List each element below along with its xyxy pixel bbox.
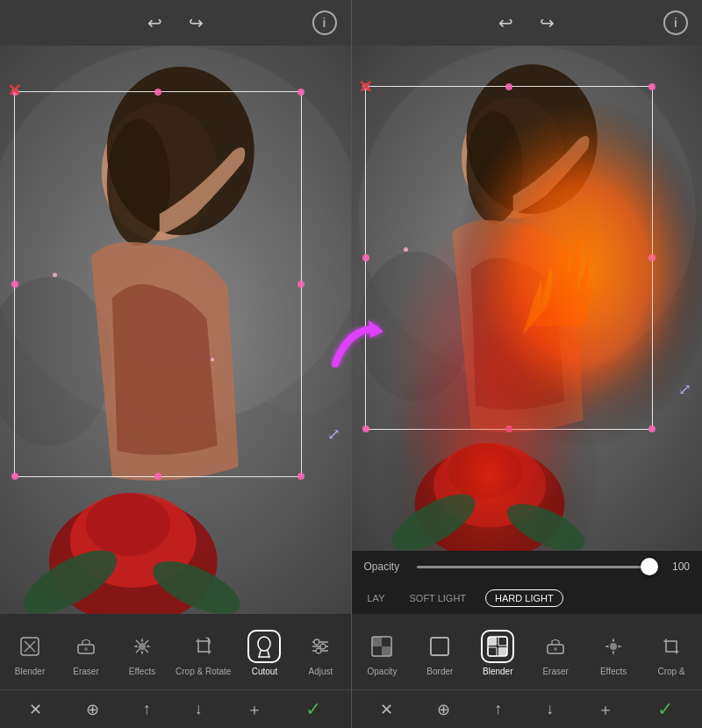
opacity-tool-icon [365,630,398,663]
crop-rotate-label: Crop & Rotate [176,667,231,676]
handle-mr[interactable] [297,281,304,288]
left-cancel-button[interactable]: ✕ [22,696,49,723]
left-tool-cutout[interactable]: Cutout [241,630,287,676]
right-download-button[interactable]: ↓ [539,696,561,722]
right-photo-svg [352,46,703,551]
svg-point-27 [358,252,470,402]
left-redo-button[interactable]: ↪ [189,12,204,33]
right-sparkle-1 [404,247,408,252]
left-selection-box[interactable] [14,91,302,478]
svg-rect-36 [352,46,703,551]
left-tool-eraser[interactable]: Eraser [63,630,109,676]
right-add-layer-button[interactable]: ⊕ [430,696,457,723]
right-tool-opacity[interactable]: Opacity [359,630,405,676]
svg-point-16 [139,643,146,650]
handle-ml[interactable] [11,281,18,288]
left-photo: ✕ ⤢ [0,46,351,614]
effects-label: Effects [129,667,155,676]
left-resize-arrow[interactable]: ⤢ [327,425,340,444]
svg-rect-44 [431,638,448,655]
left-upload-button[interactable]: ↑ [136,696,158,722]
blender-label: Blender [15,667,45,676]
left-tool-crop-rotate[interactable]: Crop & Rotate [176,630,231,676]
svg-point-30 [466,64,597,214]
handle-tr[interactable] [297,89,304,96]
right-upload-button[interactable]: ↑ [487,696,509,722]
right-info-button[interactable]: i [663,11,688,35]
right-crop-icon [655,630,688,663]
svg-point-31 [466,111,522,224]
right-handle-bl[interactable] [362,425,369,432]
left-tools-row: Blender Eraser Effects Cro [0,614,351,689]
svg-point-29 [462,97,564,219]
right-tool-border[interactable]: Border [417,630,462,676]
right-opacity-row: Opacity 100 [352,551,703,582]
right-handle-mr[interactable] [648,254,655,261]
svg-rect-32 [352,46,703,551]
left-tool-effects[interactable]: Effects [119,630,165,676]
right-tool-eraser[interactable]: Eraser [533,630,578,676]
right-handle-br[interactable] [648,425,655,432]
left-info-button[interactable]: i [312,11,337,35]
handle-bc[interactable] [154,473,161,480]
right-tools-row: Opacity Border Blender Era [352,614,703,689]
handle-tc[interactable] [154,89,161,96]
right-handle-bc[interactable] [505,425,512,432]
svg-point-33 [414,448,564,551]
svg-point-26 [358,46,695,382]
opacity-label: Opacity [364,560,406,573]
right-cancel-button[interactable]: ✕ [373,696,400,723]
right-resize-arrow[interactable]: ⤢ [678,380,691,399]
blend-mode-lay[interactable]: LAY [362,590,390,606]
right-selection-box[interactable] [365,86,653,430]
right-plus-button[interactable]: ＋ [591,696,620,724]
blend-mode-soft-light[interactable]: SOFT LIGHT [404,590,471,606]
opacity-slider[interactable] [417,566,659,568]
svg-point-17 [258,637,270,651]
left-canvas: ✕ ⤢ [0,46,351,614]
right-info-icon: i [674,16,677,30]
right-handle-tl[interactable] [362,83,369,90]
left-plus-button[interactable]: ＋ [240,696,269,724]
right-tool-blender[interactable]: Blender [475,630,520,676]
cutout-label: Cutout [252,667,277,676]
blender-icon [13,630,47,663]
right-handle-tc[interactable] [505,83,512,90]
left-panel: ↩ ↪ i [0,0,351,728]
right-tool-crop[interactable]: Crop & [648,630,694,676]
right-eraser-icon [539,630,572,663]
right-undo-button[interactable]: ↩ [498,12,513,33]
left-confirm-button[interactable]: ✓ [298,695,328,724]
left-tool-blender[interactable]: Blender [7,630,53,676]
right-bottom-toolbar: Opacity Border Blender Era [352,614,703,728]
right-blender-icon [481,630,514,663]
left-close-mark[interactable]: ✕ [7,80,22,101]
right-tool-effects[interactable]: Effects [591,630,636,676]
right-handle-ml[interactable] [362,254,369,261]
svg-point-34 [433,443,546,527]
right-effects-icon [597,630,630,663]
left-download-button[interactable]: ↓ [188,696,210,722]
svg-point-35 [448,443,522,499]
left-actions-row: ✕ ⊕ ↑ ↓ ＋ ✓ [0,689,351,728]
svg-rect-40 [372,637,382,646]
left-tool-adjust[interactable]: Adjust [297,630,343,676]
svg-rect-41 [382,646,391,656]
effects-icon [125,630,159,663]
right-handle-tr[interactable] [648,83,655,90]
svg-rect-47 [498,637,507,646]
blend-mode-hard-light[interactable]: HARD LIGHT [485,589,563,607]
right-redo-button[interactable]: ↪ [540,12,555,33]
left-undo-button[interactable]: ↩ [147,12,162,33]
right-confirm-button[interactable]: ✓ [650,695,680,724]
svg-point-38 [500,495,591,551]
right-blend-modes: LAY SOFT LIGHT HARD LIGHT [352,582,703,614]
adjust-icon [304,630,337,663]
svg-rect-28 [352,46,703,551]
crop-rotate-icon [187,630,220,663]
left-add-layer-button[interactable]: ⊕ [79,696,106,723]
opacity-thumb[interactable] [641,558,658,575]
right-close-mark[interactable]: ✕ [358,76,373,97]
svg-point-37 [383,483,484,551]
opacity-tool-label: Opacity [368,667,398,676]
